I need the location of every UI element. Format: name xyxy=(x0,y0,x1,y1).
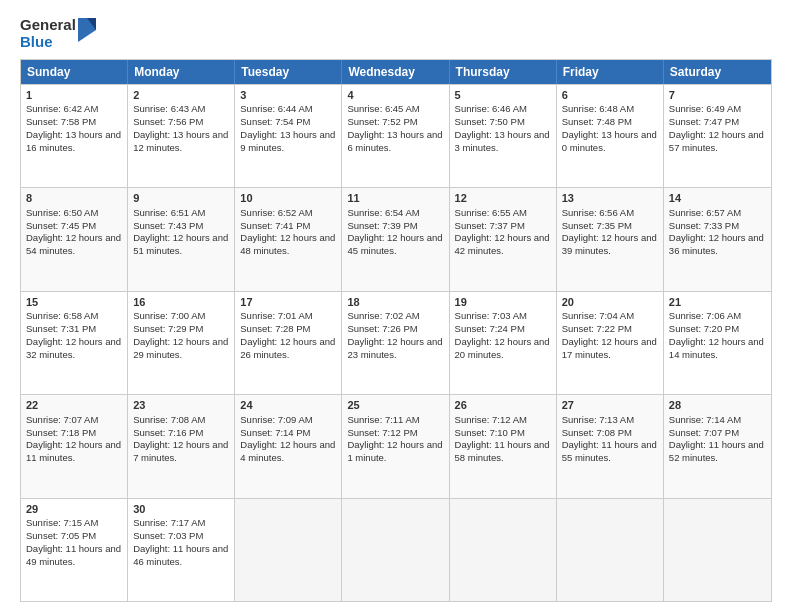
sunset-label: Sunset: 7:28 PM xyxy=(240,323,310,334)
daylight-label: Daylight: 13 hours and 9 minutes. xyxy=(240,129,335,153)
daylight-label: Daylight: 13 hours and 12 minutes. xyxy=(133,129,228,153)
sunset-label: Sunset: 7:37 PM xyxy=(455,220,525,231)
daylight-label: Daylight: 11 hours and 55 minutes. xyxy=(562,439,657,463)
sunrise-label: Sunrise: 6:58 AM xyxy=(26,310,98,321)
calendar-body: 1 Sunrise: 6:42 AM Sunset: 7:58 PM Dayli… xyxy=(21,84,771,602)
sunrise-label: Sunrise: 6:45 AM xyxy=(347,103,419,114)
day-number: 1 xyxy=(26,88,122,103)
day-cell-4: 4 Sunrise: 6:45 AM Sunset: 7:52 PM Dayli… xyxy=(342,85,449,188)
sunrise-label: Sunrise: 7:01 AM xyxy=(240,310,312,321)
day-cell-17: 17 Sunrise: 7:01 AM Sunset: 7:28 PM Dayl… xyxy=(235,292,342,395)
sunrise-label: Sunrise: 6:44 AM xyxy=(240,103,312,114)
day-number: 29 xyxy=(26,502,122,517)
daylight-label: Daylight: 13 hours and 0 minutes. xyxy=(562,129,657,153)
day-number: 6 xyxy=(562,88,658,103)
day-cell-21: 21 Sunrise: 7:06 AM Sunset: 7:20 PM Dayl… xyxy=(664,292,771,395)
sunset-label: Sunset: 7:24 PM xyxy=(455,323,525,334)
calendar-row-3: 15 Sunrise: 6:58 AM Sunset: 7:31 PM Dayl… xyxy=(21,291,771,395)
day-number: 2 xyxy=(133,88,229,103)
sunrise-label: Sunrise: 6:48 AM xyxy=(562,103,634,114)
daylight-label: Daylight: 11 hours and 46 minutes. xyxy=(133,543,228,567)
daylight-label: Daylight: 13 hours and 6 minutes. xyxy=(347,129,442,153)
sunrise-label: Sunrise: 6:55 AM xyxy=(455,207,527,218)
day-number: 14 xyxy=(669,191,766,206)
sunrise-label: Sunrise: 6:52 AM xyxy=(240,207,312,218)
day-cell-22: 22 Sunrise: 7:07 AM Sunset: 7:18 PM Dayl… xyxy=(21,395,128,498)
day-number: 12 xyxy=(455,191,551,206)
day-number: 17 xyxy=(240,295,336,310)
calendar-row-4: 22 Sunrise: 7:07 AM Sunset: 7:18 PM Dayl… xyxy=(21,394,771,498)
calendar-row-1: 1 Sunrise: 6:42 AM Sunset: 7:58 PM Dayli… xyxy=(21,84,771,188)
empty-cell-4-4 xyxy=(450,499,557,602)
sunset-label: Sunset: 7:08 PM xyxy=(562,427,632,438)
day-number: 21 xyxy=(669,295,766,310)
day-cell-30: 30 Sunrise: 7:17 AM Sunset: 7:03 PM Dayl… xyxy=(128,499,235,602)
sunset-label: Sunset: 7:43 PM xyxy=(133,220,203,231)
sunset-label: Sunset: 7:07 PM xyxy=(669,427,739,438)
empty-cell-4-3 xyxy=(342,499,449,602)
day-number: 9 xyxy=(133,191,229,206)
day-cell-25: 25 Sunrise: 7:11 AM Sunset: 7:12 PM Dayl… xyxy=(342,395,449,498)
sunrise-label: Sunrise: 7:08 AM xyxy=(133,414,205,425)
sunrise-label: Sunrise: 6:49 AM xyxy=(669,103,741,114)
daylight-label: Daylight: 12 hours and 57 minutes. xyxy=(669,129,764,153)
day-number: 16 xyxy=(133,295,229,310)
empty-cell-4-2 xyxy=(235,499,342,602)
sunrise-label: Sunrise: 7:15 AM xyxy=(26,517,98,528)
day-number: 23 xyxy=(133,398,229,413)
day-number: 8 xyxy=(26,191,122,206)
day-number: 28 xyxy=(669,398,766,413)
sunrise-label: Sunrise: 6:50 AM xyxy=(26,207,98,218)
sunrise-label: Sunrise: 6:56 AM xyxy=(562,207,634,218)
daylight-label: Daylight: 11 hours and 52 minutes. xyxy=(669,439,764,463)
daylight-label: Daylight: 12 hours and 39 minutes. xyxy=(562,232,657,256)
sunrise-label: Sunrise: 6:42 AM xyxy=(26,103,98,114)
sunset-label: Sunset: 7:50 PM xyxy=(455,116,525,127)
sunrise-label: Sunrise: 6:54 AM xyxy=(347,207,419,218)
day-cell-14: 14 Sunrise: 6:57 AM Sunset: 7:33 PM Dayl… xyxy=(664,188,771,291)
day-number: 22 xyxy=(26,398,122,413)
daylight-label: Daylight: 13 hours and 3 minutes. xyxy=(455,129,550,153)
day-number: 13 xyxy=(562,191,658,206)
sunrise-label: Sunrise: 6:51 AM xyxy=(133,207,205,218)
day-cell-2: 2 Sunrise: 6:43 AM Sunset: 7:56 PM Dayli… xyxy=(128,85,235,188)
page: General Blue Sunday Monday Tuesday Wedne… xyxy=(0,0,792,612)
day-number: 15 xyxy=(26,295,122,310)
day-cell-26: 26 Sunrise: 7:12 AM Sunset: 7:10 PM Dayl… xyxy=(450,395,557,498)
logo-triangle-icon xyxy=(78,18,96,46)
daylight-label: Daylight: 12 hours and 42 minutes. xyxy=(455,232,550,256)
sunrise-label: Sunrise: 7:07 AM xyxy=(26,414,98,425)
day-cell-10: 10 Sunrise: 6:52 AM Sunset: 7:41 PM Dayl… xyxy=(235,188,342,291)
sunset-label: Sunset: 7:05 PM xyxy=(26,530,96,541)
daylight-label: Daylight: 12 hours and 48 minutes. xyxy=(240,232,335,256)
day-number: 20 xyxy=(562,295,658,310)
daylight-label: Daylight: 12 hours and 51 minutes. xyxy=(133,232,228,256)
sunset-label: Sunset: 7:41 PM xyxy=(240,220,310,231)
day-cell-13: 13 Sunrise: 6:56 AM Sunset: 7:35 PM Dayl… xyxy=(557,188,664,291)
sunset-label: Sunset: 7:31 PM xyxy=(26,323,96,334)
daylight-label: Daylight: 11 hours and 49 minutes. xyxy=(26,543,121,567)
daylight-label: Daylight: 12 hours and 32 minutes. xyxy=(26,336,121,360)
sunrise-label: Sunrise: 7:04 AM xyxy=(562,310,634,321)
sunset-label: Sunset: 7:22 PM xyxy=(562,323,632,334)
day-cell-15: 15 Sunrise: 6:58 AM Sunset: 7:31 PM Dayl… xyxy=(21,292,128,395)
sunset-label: Sunset: 7:26 PM xyxy=(347,323,417,334)
calendar: Sunday Monday Tuesday Wednesday Thursday… xyxy=(20,59,772,603)
day-cell-6: 6 Sunrise: 6:48 AM Sunset: 7:48 PM Dayli… xyxy=(557,85,664,188)
day-number: 27 xyxy=(562,398,658,413)
sunset-label: Sunset: 7:45 PM xyxy=(26,220,96,231)
daylight-label: Daylight: 12 hours and 17 minutes. xyxy=(562,336,657,360)
sunset-label: Sunset: 7:35 PM xyxy=(562,220,632,231)
sunrise-label: Sunrise: 7:12 AM xyxy=(455,414,527,425)
daylight-label: Daylight: 12 hours and 4 minutes. xyxy=(240,439,335,463)
header-thursday: Thursday xyxy=(450,60,557,84)
calendar-row-2: 8 Sunrise: 6:50 AM Sunset: 7:45 PM Dayli… xyxy=(21,187,771,291)
sunset-label: Sunset: 7:12 PM xyxy=(347,427,417,438)
daylight-label: Daylight: 12 hours and 36 minutes. xyxy=(669,232,764,256)
sunrise-label: Sunrise: 7:00 AM xyxy=(133,310,205,321)
header-saturday: Saturday xyxy=(664,60,771,84)
day-number: 26 xyxy=(455,398,551,413)
sunset-label: Sunset: 7:10 PM xyxy=(455,427,525,438)
sunset-label: Sunset: 7:20 PM xyxy=(669,323,739,334)
daylight-label: Daylight: 11 hours and 58 minutes. xyxy=(455,439,550,463)
